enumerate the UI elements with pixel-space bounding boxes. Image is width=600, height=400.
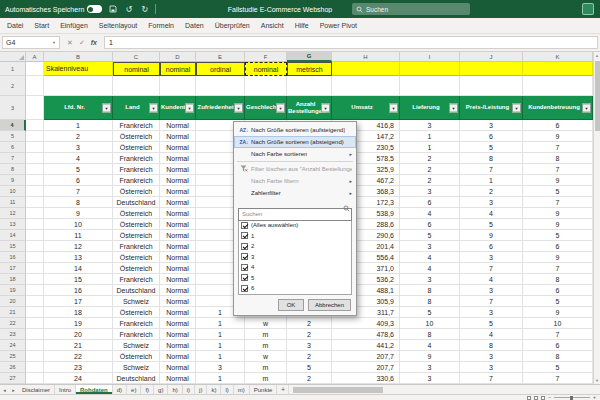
cell-J2[interactable] [460, 76, 523, 96]
cell-J5[interactable]: 6 [460, 131, 523, 142]
cell-D12[interactable]: Normal [160, 208, 196, 219]
cell-C2[interactable] [113, 76, 160, 96]
cell-D18[interactable]: Normal [160, 274, 196, 285]
cell-C26[interactable]: Schweiz [113, 362, 160, 373]
column-header-D[interactable]: D [160, 52, 196, 62]
scroll-up-icon[interactable]: ▲ [595, 52, 599, 59]
cell-A4[interactable] [26, 120, 44, 131]
cell-H23[interactable]: 478,6 [332, 329, 400, 340]
cell-C4[interactable]: Frankreich [113, 120, 160, 131]
cell-D10[interactable]: Normal [160, 186, 196, 197]
cell-J15[interactable]: 6 [460, 241, 523, 252]
cell-B5[interactable]: 2 [44, 131, 113, 142]
cell-D8[interactable]: Normal [160, 164, 196, 175]
autosave-control[interactable]: Automatisches Speichern [5, 5, 102, 13]
cell-C13[interactable]: Österreich [113, 219, 160, 230]
row-header-10[interactable]: 10 [0, 186, 26, 197]
cancel-button[interactable]: Abbrechen [308, 299, 351, 311]
cancel-entry-icon[interactable]: ✕ [67, 39, 73, 47]
cell-D19[interactable]: Normal [160, 285, 196, 296]
cell-A1[interactable] [26, 62, 44, 76]
page-layout-view-icon[interactable] [534, 396, 538, 400]
cell-E26[interactable]: 3 [196, 362, 245, 373]
cell-J14[interactable]: 9 [460, 230, 523, 241]
normal-view-icon[interactable] [527, 396, 531, 400]
cell-scale-E[interactable]: ordinal [196, 62, 245, 76]
menu-item-sort-ascending[interactable]: AZ↓ Nach Größe sortieren (aufsteigend) [234, 124, 356, 136]
cell-B13[interactable]: 10 [44, 219, 113, 230]
cell-I19[interactable]: 8 [400, 285, 460, 296]
row-header-14[interactable]: 14 [0, 230, 26, 241]
cell-I6[interactable]: 1 [400, 142, 460, 153]
cell-B7[interactable]: 4 [44, 153, 113, 164]
cell-D16[interactable]: Normal [160, 252, 196, 263]
cell-A16[interactable] [26, 252, 44, 263]
cell-B17[interactable]: 14 [44, 263, 113, 274]
cell-K14[interactable]: 5 [523, 230, 593, 241]
ribbon-tab-einf-gen[interactable]: Einfügen [60, 22, 88, 29]
cell-J7[interactable]: 8 [460, 153, 523, 164]
cell-J1[interactable] [460, 62, 523, 76]
cell-J27[interactable]: 7 [460, 373, 523, 384]
filter-button-C[interactable]: ▼ [149, 103, 158, 112]
cell-C22[interactable]: Frankreich [113, 318, 160, 329]
filter-button-F[interactable]: ▼ [276, 103, 285, 112]
cell-J9[interactable]: 1 [460, 175, 523, 186]
scrollbar-thumb[interactable] [293, 387, 383, 393]
menu-item-sort-descending[interactable]: ZA↓ Nach Größe sortieren (absteigend) [234, 136, 356, 148]
cell-C21[interactable]: Österreich [113, 307, 160, 318]
cell-A21[interactable] [26, 307, 44, 318]
cell-C15[interactable]: Frankreich [113, 241, 160, 252]
column-header-H[interactable]: H [332, 52, 400, 62]
cell-C19[interactable]: Deutschland [113, 285, 160, 296]
filter-checkbox-5[interactable]: 5 [241, 273, 349, 284]
row-header-16[interactable]: 16 [0, 252, 26, 263]
ribbon-tab-power-pivot[interactable]: Power Pivot [320, 22, 357, 29]
cell-K17[interactable]: 7 [523, 263, 593, 274]
cell-D22[interactable]: Normal [160, 318, 196, 329]
ribbon-tab--berpr-fen[interactable]: Überprüfen [215, 22, 250, 29]
sheet-tab-disclaimer[interactable]: Disclaimer [18, 385, 55, 394]
menu-item-clear-filter[interactable]: Filter löschen aus "Anzahl Bestellungen" [234, 163, 356, 175]
row-header-24[interactable]: 24 [0, 340, 26, 351]
row-header-22[interactable]: 22 [0, 318, 26, 329]
sheet-tab-intro[interactable]: Intro [55, 385, 76, 394]
cell-C20[interactable]: Schweiz [113, 296, 160, 307]
undo-icon[interactable]: ↺ [123, 5, 134, 14]
select-all-button[interactable] [0, 52, 26, 62]
cell-K18[interactable]: 8 [523, 274, 593, 285]
sheet-tab-i[interactable]: i) [183, 385, 195, 394]
row-header-21[interactable]: 21 [0, 307, 26, 318]
ribbon-tab-datei[interactable]: Datei [7, 22, 23, 29]
cell-A12[interactable] [26, 208, 44, 219]
cell-skalenniveau[interactable]: Skalenniveau [44, 62, 113, 76]
sheet-tab-punkte[interactable]: Punkte [250, 385, 278, 394]
row-header-26[interactable]: 26 [0, 362, 26, 373]
tab-scroll-right-icon[interactable]: ▸ [9, 385, 18, 394]
cell-I15[interactable]: 3 [400, 241, 460, 252]
cell-J13[interactable]: 5 [460, 219, 523, 230]
cell-H25[interactable]: 207,7 [332, 351, 400, 362]
cell-D17[interactable]: Normal [160, 263, 196, 274]
cell-K13[interactable]: 9 [523, 219, 593, 230]
cell-B8[interactable]: 5 [44, 164, 113, 175]
cell-E27[interactable]: 1 [196, 373, 245, 384]
cell-D9[interactable]: Normal [160, 175, 196, 186]
filter-button-H[interactable]: ▼ [389, 103, 398, 112]
cell-J24[interactable]: 8 [460, 340, 523, 351]
filter-checkbox-3[interactable]: 3 [241, 252, 349, 263]
cell-A24[interactable] [26, 340, 44, 351]
cell-I22[interactable]: 10 [400, 318, 460, 329]
row-header-2[interactable]: 2 [0, 76, 26, 96]
cell-K22[interactable]: 10 [523, 318, 593, 329]
sheet-tab-m[interactable]: m) [234, 385, 250, 394]
cell-J17[interactable]: 7 [460, 263, 523, 274]
cell-I24[interactable]: 4 [400, 340, 460, 351]
cell-A5[interactable] [26, 131, 44, 142]
cell-I13[interactable]: 6 [400, 219, 460, 230]
cell-A9[interactable] [26, 175, 44, 186]
cell-K12[interactable]: 9 [523, 208, 593, 219]
cell-D5[interactable]: Normal [160, 131, 196, 142]
cell-scale-D[interactable]: nominal [160, 62, 196, 76]
cell-D25[interactable]: Normal [160, 351, 196, 362]
